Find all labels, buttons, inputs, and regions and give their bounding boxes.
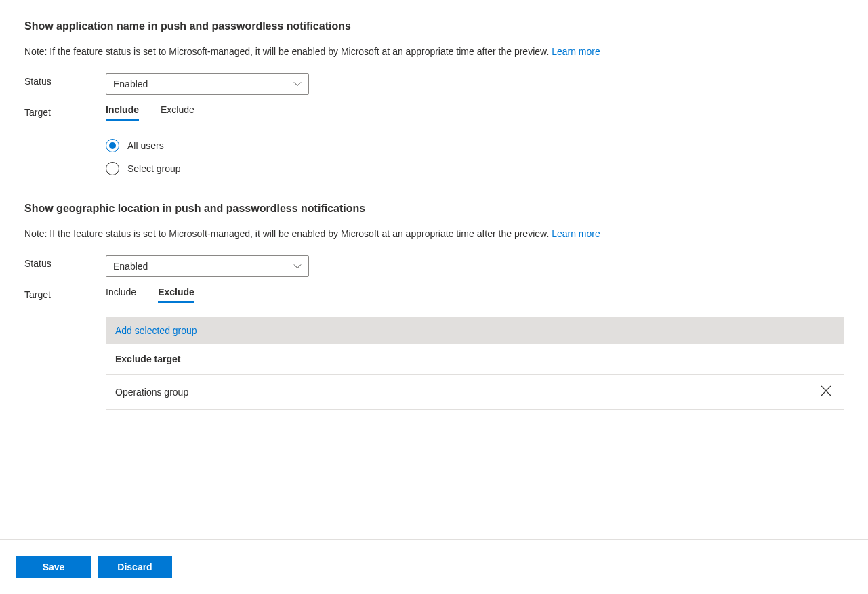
chevron-down-icon xyxy=(293,262,302,270)
add-selected-group-button[interactable]: Add selected group xyxy=(106,317,844,344)
status-value: Enabled xyxy=(113,261,148,272)
tab-include[interactable]: Include xyxy=(106,104,139,121)
section-note: Note: If the feature status is set to Mi… xyxy=(24,228,844,239)
tab-exclude[interactable]: Exclude xyxy=(158,287,194,303)
learn-more-link[interactable]: Learn more xyxy=(552,46,600,57)
radio-all-users[interactable]: All users xyxy=(106,139,844,152)
exclude-group-name: Operations group xyxy=(115,387,188,398)
section-geo-location: Show geographic location in push and pas… xyxy=(24,203,844,410)
target-label: Target xyxy=(24,287,106,300)
radio-icon xyxy=(106,139,119,152)
status-dropdown[interactable]: Enabled xyxy=(106,73,309,95)
status-label: Status xyxy=(24,255,106,269)
tab-include[interactable]: Include xyxy=(106,287,136,303)
status-label: Status xyxy=(24,73,106,87)
tab-exclude[interactable]: Exclude xyxy=(161,104,194,121)
chevron-down-icon xyxy=(293,80,302,88)
remove-group-button[interactable] xyxy=(818,383,834,401)
note-text: Note: If the feature status is set to Mi… xyxy=(24,46,552,57)
close-icon xyxy=(821,385,831,396)
add-group-label: Add selected group xyxy=(115,325,197,336)
target-tabs: Include Exclude xyxy=(106,104,844,121)
target-tabs: Include Exclude xyxy=(106,287,844,303)
status-value: Enabled xyxy=(113,79,148,89)
learn-more-link[interactable]: Learn more xyxy=(552,228,600,239)
note-text: Note: If the feature status is set to Mi… xyxy=(24,228,552,239)
exclude-header: Exclude target xyxy=(106,344,844,375)
section-note: Note: If the feature status is set to Mi… xyxy=(24,46,844,57)
radio-icon xyxy=(106,162,119,175)
radio-label: All users xyxy=(127,140,164,151)
section-title: Show geographic location in push and pas… xyxy=(24,203,844,215)
radio-label: Select group xyxy=(127,163,181,174)
section-app-name: Show application name in push and passwo… xyxy=(24,20,844,175)
status-dropdown[interactable]: Enabled xyxy=(106,255,309,277)
radio-group: All users Select group xyxy=(106,135,844,175)
section-title: Show application name in push and passwo… xyxy=(24,20,844,33)
radio-select-group[interactable]: Select group xyxy=(106,162,844,175)
target-label: Target xyxy=(24,104,106,118)
table-row: Operations group xyxy=(106,375,844,410)
exclude-table: Exclude target Operations group xyxy=(106,344,844,410)
